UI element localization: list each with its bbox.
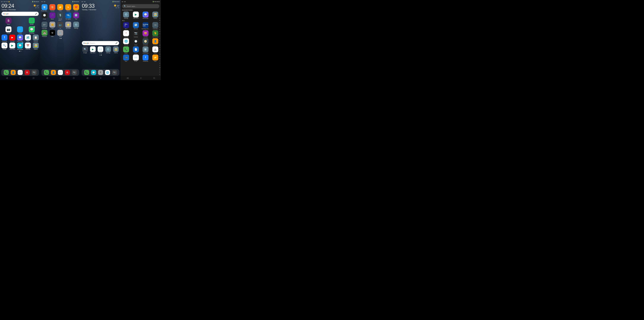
nav-home-3[interactable]: ○ — [100, 77, 101, 79]
alpha-u[interactable]: U — [159, 63, 160, 64]
app-health[interactable]: ❤️ Health — [72, 4, 80, 12]
nav-back-4[interactable]: ◁ — [127, 77, 128, 79]
app-google-p3[interactable]: 🔍 Google — [82, 46, 88, 54]
app-clock-drawer[interactable]: 🕐 Clock — [131, 38, 140, 46]
app-drive[interactable]: △ Drive — [151, 46, 160, 54]
alpha-e[interactable]: E — [159, 27, 160, 28]
app-messaging[interactable]: 💬 Messaging — [16, 42, 24, 50]
app-twitter[interactable]: 🐦 Twitter — [14, 26, 26, 34]
dock-phone-1[interactable]: 📞 — [4, 70, 9, 75]
app-files-drawer[interactable]: 📁 Files — [151, 54, 160, 62]
dock-email-1[interactable]: ✉️ — [18, 70, 23, 75]
app-calculator-p2[interactable]: ±÷ Calculator — [41, 22, 48, 29]
dock-opera-1[interactable]: O — [24, 70, 30, 75]
app-calculator-drawer[interactable]: ÷× Calculator — [151, 22, 160, 30]
alpha-c[interactable]: C — [159, 22, 160, 23]
drawer-search-bar[interactable]: 🔍 Search apps... — [122, 4, 159, 8]
alpha-hash[interactable]: # — [159, 15, 160, 16]
app-tv[interactable]: 📺 TV — [57, 22, 64, 29]
alpha-a[interactable]: A — [159, 18, 160, 19]
nav-home-1[interactable]: ○ — [20, 77, 21, 79]
alpha-b[interactable]: B — [159, 20, 160, 21]
app-duo[interactable]: 📹 Duo — [122, 54, 131, 62]
app-clock[interactable]: 🕐 Clock — [41, 12, 48, 21]
app-google[interactable]: 🔍 Google — [1, 42, 8, 50]
mic-icon-1[interactable]: 🎤 — [35, 13, 37, 15]
app-messenger[interactable]: 💬 Messenger — [16, 34, 24, 42]
app-backup[interactable]: ↩️ Backup — [131, 22, 140, 30]
app-youtube[interactable]: ▶ YouTube — [9, 34, 16, 42]
dock-phone-2[interactable]: 📞 — [44, 70, 49, 75]
alpha-q[interactable]: Q — [159, 54, 160, 55]
app-facebook[interactable]: f Facebook — [1, 34, 8, 42]
app-polytopia[interactable]: 🏰 Polytopia — [41, 30, 48, 37]
app-photos[interactable]: 📷 Photos — [3, 26, 14, 34]
alpha-v[interactable]: V — [159, 65, 160, 66]
suggestion-messenger[interactable]: 💬 Messenger — [141, 11, 150, 19]
alpha-t[interactable]: T — [159, 60, 160, 61]
alpha-j[interactable]: J — [159, 38, 160, 39]
alpha-p[interactable]: P — [159, 51, 160, 52]
nav-back-1[interactable]: ◁ — [6, 77, 8, 79]
alpha-i[interactable]: I — [159, 36, 160, 37]
alpha-x[interactable]: X — [159, 69, 160, 70]
app-calendar-1[interactable]: 📅 Calendar — [24, 42, 32, 50]
nav-back-3[interactable]: ◁ — [86, 77, 88, 79]
app-playstore-1[interactable]: ▶ Play Store — [9, 42, 16, 50]
nav-recents-2[interactable]: □ — [73, 77, 74, 79]
app-catsounds[interactable]: 🐈 Cat Sounds — [151, 30, 160, 38]
alpha-y[interactable]: Y — [159, 71, 160, 73]
nav-home-4[interactable]: ○ — [140, 77, 142, 79]
app-chrome-drawer[interactable]: 🌐 Chrome — [122, 38, 131, 46]
alphabet-nav[interactable]: # A B C D E F G H I J K L M N O P Q R S … — [159, 15, 160, 75]
app-dialler[interactable]: 📞 Dialler — [122, 46, 131, 54]
app-tools-folder[interactable]: 🔧 Tools — [57, 30, 64, 37]
alpha-g[interactable]: G — [159, 31, 160, 32]
alpha-l[interactable]: L — [159, 42, 160, 43]
dock-grid-3[interactable]: ⠿ — [98, 70, 103, 75]
app-camera-drawer[interactable]: 📷 Camera — [131, 30, 140, 38]
nav-recents-3[interactable]: □ — [113, 77, 114, 79]
app-contacts-drawer[interactable]: 👤 Contacts — [151, 38, 160, 46]
alpha-s[interactable]: S — [159, 58, 160, 59]
app-files[interactable]: 📁 Files — [57, 4, 64, 12]
app-tfloyster[interactable]: TfL TfL Oyster — [64, 12, 72, 21]
dock-opera-2[interactable]: O — [65, 70, 70, 75]
app-spotify[interactable]: 🎵 Spotify — [26, 18, 37, 25]
app-phonemgr[interactable]: 🛡️ Phone Man... — [41, 4, 48, 12]
google-search-bar-1[interactable]: Google 🎤 — [2, 12, 39, 16]
app-topapps[interactable]: ⭐ Top Apps — [64, 22, 72, 29]
alpha-o[interactable]: O — [159, 49, 160, 50]
nav-back-2[interactable]: ◁ — [46, 77, 48, 79]
nav-recents-4[interactable]: □ — [154, 77, 155, 79]
alpha-h[interactable]: H — [159, 33, 160, 34]
alpha-w[interactable]: W — [159, 67, 160, 68]
alpha-k[interactable]: K — [159, 40, 160, 41]
app-gallery-p3[interactable]: 🖼️ Gallery — [113, 46, 119, 54]
app-all4[interactable]: ALL4 All 4 — [122, 22, 131, 30]
app-videos[interactable]: ▶️ Videos — [64, 4, 72, 12]
app-cats[interactable]: 🐱 Cats — [49, 22, 56, 29]
app-maps[interactable]: 🗺️ Maps — [24, 34, 32, 42]
app-slack[interactable]: S Slack — [3, 18, 14, 25]
app-settings-p3[interactable]: ⚙️ Settings — [105, 46, 111, 54]
suggestion-gallery[interactable]: 🖼️ Gallery — [151, 11, 160, 19]
app-booking[interactable]: booking.com Booking.com... — [141, 22, 150, 30]
nav-home-2[interactable]: ○ — [60, 77, 61, 79]
app-themes[interactable]: 🎨 Themes — [49, 4, 56, 12]
alpha-d[interactable]: D — [159, 24, 160, 25]
app-settings-p2[interactable]: ⚙️ Settings — [72, 22, 80, 29]
app-email-drawer[interactable]: ✉️ Email — [131, 54, 140, 62]
app-compass[interactable]: 🧭 Compass — [141, 38, 150, 46]
alpha-z[interactable]: Z — [159, 74, 160, 75]
suggestion-settings[interactable]: ⚙️ Settings — [122, 11, 131, 19]
dock-messages-3[interactable]: 💬 — [91, 70, 96, 75]
dock-contacts-1[interactable]: 👤 — [11, 70, 16, 75]
app-whatsapp[interactable]: 💬 WhatsApp — [26, 26, 37, 34]
app-gallery-1[interactable]: 🖼️ Gallery — [32, 42, 39, 50]
nav-recents-1[interactable]: □ — [33, 77, 34, 79]
google-search-bar-3[interactable]: Google Search... 🎤 — [82, 41, 119, 45]
all-apps-scroll[interactable]: ALL4 All 4 ↩️ Backup booking.com Booking… — [120, 22, 161, 62]
app-facebook-drawer[interactable]: f Facebook — [141, 54, 150, 62]
dock-camera-1[interactable]: 📷 — [32, 70, 37, 75]
